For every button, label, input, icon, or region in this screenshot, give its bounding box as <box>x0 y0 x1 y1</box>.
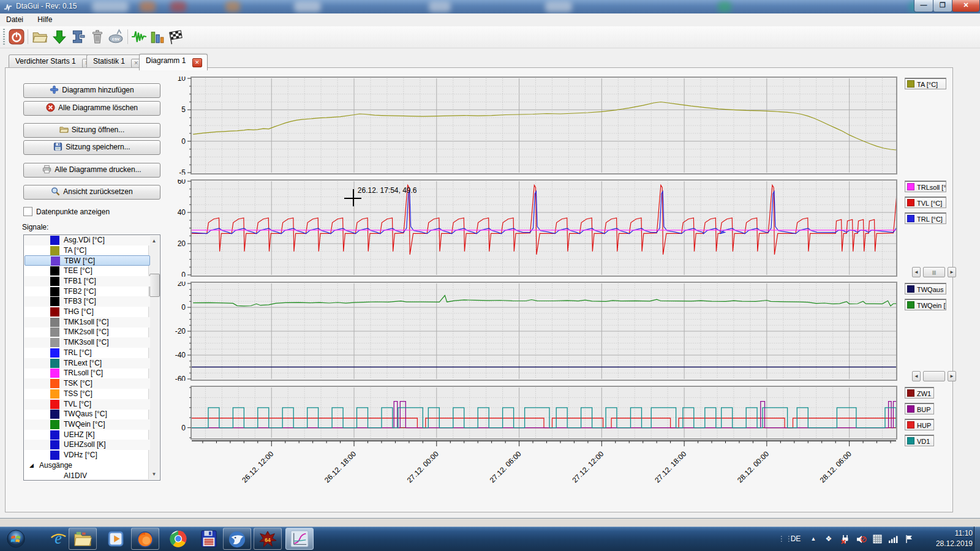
signal-item[interactable]: TFB3 [°C] <box>24 296 150 307</box>
scroll-left-icon[interactable]: ◄ <box>912 371 921 381</box>
legend-item[interactable]: TWQein [°C] <box>905 299 946 310</box>
toolbar-grip[interactable] <box>3 29 5 45</box>
reset-view-button[interactable]: Ansicht zurücksetzen <box>23 185 160 200</box>
show-datapoints-checkbox[interactable] <box>23 207 32 216</box>
signal-item[interactable]: TRLext [°C] <box>24 358 150 369</box>
chart3-x-scrollbar[interactable]: ◄ ► <box>912 371 956 381</box>
legend-item[interactable]: TA [°C] <box>905 78 946 89</box>
firefox-icon[interactable] <box>131 528 159 550</box>
delete-all-diagrams-button[interactable]: Alle Diagramme löschen <box>23 101 160 116</box>
dropbox-icon[interactable]: ❖ <box>822 527 835 551</box>
thunderbird-icon[interactable] <box>223 528 251 550</box>
close-button[interactable]: ✕ <box>952 0 980 12</box>
start-button[interactable] <box>4 528 28 550</box>
scroll-right-icon[interactable]: ► <box>948 267 956 277</box>
import-button[interactable] <box>50 28 69 46</box>
print-all-diagrams-button[interactable]: Alle Diagramme drucken... <box>23 163 160 178</box>
menu-bar: Datei Hilfe <box>0 13 980 27</box>
signal-item[interactable]: TVL [°C] <box>24 399 150 410</box>
legend-item[interactable]: HUP <box>905 419 934 430</box>
statistics-button[interactable] <box>148 28 167 46</box>
tree-expand-icon[interactable]: ◢ <box>29 460 34 471</box>
scroll-right-icon[interactable]: ► <box>948 371 956 381</box>
tray-clock[interactable]: 11:10 28.12.2019 <box>936 528 973 549</box>
menu-hilfe[interactable]: Hilfe <box>31 13 58 26</box>
legend-item[interactable]: TRL [°C] <box>905 212 946 224</box>
scroll-thumb[interactable]: ||| <box>923 267 945 277</box>
chart-digital-outputs[interactable]: 0 <box>172 386 898 440</box>
power-plug-icon[interactable] <box>838 527 853 551</box>
chart-trl-tvl[interactable]: 6040200 <box>172 179 898 277</box>
restore-button[interactable]: ❐ <box>933 0 952 12</box>
show-datapoints-row: Datenpunkte anzeigen <box>23 207 110 217</box>
signal-item[interactable]: Asg.VDi [°C] <box>24 235 150 246</box>
tab-close-icon[interactable]: ✕ <box>192 58 202 67</box>
chart-twq[interactable]: 200-20-40-60 <box>172 282 898 381</box>
signal-item[interactable]: TRLsoll [°C] <box>24 368 150 378</box>
signal-item[interactable]: TRL [°C] <box>24 348 150 358</box>
open-session-button[interactable]: Sitzung öffnen... <box>23 123 160 138</box>
signal-item[interactable]: TEE [°C] <box>24 266 150 276</box>
diagram-button[interactable] <box>130 28 148 46</box>
chart-ta[interactable]: 1050-5 <box>172 77 898 174</box>
signal-item[interactable]: TMK2soll [°C] <box>24 327 150 337</box>
time-axis: 26.12. 12:0026.12. 18:0027.12. 00:0027.1… <box>172 440 898 498</box>
signal-item[interactable]: TSS [°C] <box>24 389 150 399</box>
signal-item[interactable]: TFB1 [°C] <box>24 276 150 287</box>
scroll-up-icon[interactable]: ▲ <box>149 236 159 246</box>
scroll-down-icon[interactable]: ▼ <box>149 469 159 479</box>
signal-item[interactable]: THG [°C] <box>24 307 150 317</box>
task-manager-icon[interactable] <box>870 527 884 551</box>
dtagui-taskbar-icon[interactable] <box>285 528 314 550</box>
signal-item[interactable]: TSK [°C] <box>24 378 150 389</box>
floppy-app-icon[interactable] <box>195 528 223 550</box>
signal-group-ausgaenge[interactable]: ◢Ausgänge <box>24 460 150 471</box>
exit-button[interactable] <box>7 28 26 46</box>
tray-expand-icon[interactable]: ▲ <box>807 527 820 551</box>
verdichter-starts-button[interactable] <box>167 28 185 46</box>
scroll-thumb[interactable] <box>923 371 945 381</box>
csv-export-button[interactable]: csv <box>107 28 125 46</box>
language-indicator[interactable]: DE <box>788 527 804 551</box>
media-player-icon[interactable] <box>102 528 130 550</box>
signal-color-swatch <box>50 338 59 347</box>
app-64-icon[interactable]: 64 <box>254 528 282 550</box>
signal-item[interactable]: TFB2 [°C] <box>24 287 150 297</box>
signal-item[interactable]: TMK1soll [°C] <box>24 317 150 328</box>
volume-muted-icon[interactable] <box>854 527 869 551</box>
delete-data-button[interactable] <box>88 28 107 46</box>
button-label: Ansicht zurücksetzen <box>63 187 132 196</box>
legend-item[interactable]: TVL [°C] <box>905 197 946 208</box>
scrollbar-thumb[interactable] <box>149 274 160 297</box>
signal-item[interactable]: UEHZ [K] <box>24 430 150 440</box>
signal-item[interactable]: TWQein [°C] <box>24 419 150 430</box>
legend-item[interactable]: TWQaus [°C] <box>905 283 946 294</box>
title-bar[interactable]: DtaGui - Rev: 0.15 — ❐ ✕ <box>0 0 980 14</box>
network-signal-icon[interactable] <box>886 527 900 551</box>
signal-item[interactable]: UEHZsoll [K] <box>24 440 150 450</box>
chrome-icon[interactable] <box>164 528 192 550</box>
signal-item[interactable]: VDHz [°C] <box>24 450 150 460</box>
menu-datei[interactable]: Datei <box>0 13 29 26</box>
scroll-left-icon[interactable]: ◄ <box>912 267 921 277</box>
signal-item[interactable]: TWQaus [°C] <box>24 409 150 419</box>
minimize-button[interactable]: — <box>914 0 933 12</box>
save-session-button[interactable]: Sitzung speichern... <box>23 140 160 155</box>
show-desktop-button[interactable] <box>974 527 980 551</box>
tab-diagramm[interactable]: Diagramm 1 ✕ <box>139 54 208 70</box>
legend-item[interactable]: TRLsoll [°C] <box>905 181 946 192</box>
action-center-flag-icon[interactable] <box>902 527 916 551</box>
open-file-button[interactable] <box>31 28 49 46</box>
legend-item[interactable]: BUP <box>905 403 934 414</box>
add-diagram-button[interactable]: Diagramm hinzufügen <box>23 83 160 98</box>
legend-item[interactable]: VD1 <box>905 435 934 446</box>
signal-list[interactable]: ▲ ▼ Asg.VDi [°C]TA [°C]TBW [°C]TEE [°C]T… <box>23 234 160 481</box>
signal-item[interactable]: TBW [°C] <box>24 255 150 266</box>
chart2-x-scrollbar[interactable]: ◄ ||| ► <box>912 267 956 277</box>
signal-item[interactable]: TMK3soll [°C] <box>24 337 150 348</box>
signal-item[interactable]: TA [°C] <box>24 246 150 256</box>
legend-item[interactable]: ZW1 <box>905 387 934 399</box>
signal-item-partial[interactable]: AI1DIV <box>24 471 150 481</box>
clamp-tool-button[interactable] <box>69 28 87 46</box>
windows-explorer-icon[interactable] <box>69 528 97 550</box>
